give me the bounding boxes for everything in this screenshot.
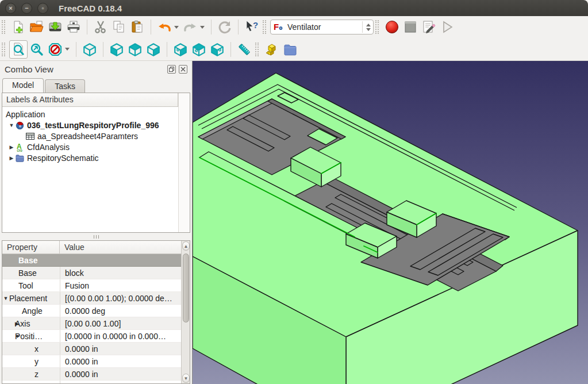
- panel-splitter[interactable]: [0, 233, 192, 240]
- expander-icon[interactable]: ▶: [2, 321, 15, 327]
- property-row-empty: [2, 381, 181, 384]
- toolbar-handle[interactable]: [2, 20, 5, 34]
- workbench-selector[interactable]: F Ventilator: [270, 20, 374, 34]
- front-view-button[interactable]: [107, 40, 126, 59]
- tree-item-application[interactable]: Application: [2, 109, 190, 120]
- scrollbar-thumb[interactable]: [183, 254, 189, 322]
- 3d-viewport[interactable]: [192, 61, 588, 384]
- close-panel-icon[interactable]: [179, 65, 187, 74]
- property-editor: Property Value Base Base block Tool Fusi…: [2, 240, 190, 384]
- refresh-button[interactable]: [216, 18, 234, 36]
- tree-column-header[interactable]: Labels & Attributes: [2, 93, 178, 107]
- top-view-icon: [128, 42, 143, 57]
- toolbar-handle[interactable]: [2, 43, 5, 56]
- new-document-icon: [11, 20, 26, 34]
- toolbar-handle[interactable]: [263, 20, 266, 34]
- property-row-axis[interactable]: ▶Axis [0.00 0.00 1.00]: [2, 317, 181, 330]
- tab-tasks[interactable]: Tasks: [45, 79, 85, 93]
- expander-icon[interactable]: ▶: [8, 144, 15, 150]
- open-folder-button[interactable]: [28, 18, 46, 36]
- draw-style-button[interactable]: [46, 40, 64, 59]
- expander-icon[interactable]: ▼: [8, 122, 15, 128]
- tree-scrollbar[interactable]: [178, 93, 190, 232]
- tab-model[interactable]: Model: [2, 78, 44, 93]
- redo-dropdown-icon[interactable]: [200, 26, 205, 29]
- tree-item-document[interactable]: ▼ 036_testLungRespitoryProfile_996: [2, 120, 190, 130]
- undo-button[interactable]: [155, 18, 174, 36]
- part-tools-button[interactable]: [263, 40, 281, 59]
- redo-button[interactable]: [181, 18, 199, 36]
- svg-text:CFD: CFD: [17, 149, 23, 152]
- draw-style-dropdown-icon[interactable]: [65, 48, 70, 51]
- property-row-z[interactable]: z 0.0000 in: [2, 368, 181, 381]
- redo-icon: [183, 20, 198, 34]
- open-library-folder-icon: [283, 42, 298, 57]
- expander-icon[interactable]: ▶: [8, 155, 15, 161]
- property-row-placement[interactable]: ▼Placement [(0.00 0.00 1.00); 0.0000 de…: [2, 292, 181, 305]
- property-row-y[interactable]: y 0.0000 in: [2, 355, 181, 368]
- workbench-spinner[interactable]: [362, 21, 371, 33]
- print-button[interactable]: [64, 18, 83, 36]
- macro-edit-button[interactable]: [420, 18, 438, 36]
- float-panel-icon[interactable]: [167, 65, 176, 74]
- separator: [211, 20, 212, 34]
- front-view-icon: [109, 42, 124, 57]
- expander-icon[interactable]: ▼: [2, 333, 15, 339]
- right-view-button[interactable]: [144, 40, 163, 59]
- freecad-workbench-icon: F: [273, 21, 285, 33]
- undo-dropdown-icon[interactable]: [174, 26, 179, 29]
- axonometric-view-icon: [82, 42, 97, 57]
- model-tree: Labels & Attributes Application ▼ 036_te…: [2, 93, 190, 233]
- fit-all-icon: [11, 42, 26, 57]
- macro-play-button[interactable]: [438, 18, 456, 36]
- axonometric-view-button[interactable]: [80, 40, 99, 59]
- scroll-up-icon[interactable]: ▲: [182, 241, 190, 251]
- property-column-header[interactable]: Property: [2, 241, 60, 254]
- toolbar-view: [0, 38, 588, 61]
- toolbar-handle[interactable]: [375, 20, 379, 34]
- bottom-view-button[interactable]: [190, 40, 208, 59]
- top-view-button[interactable]: [126, 40, 144, 59]
- combo-view-panel: Combo View Model Tasks Labels & Attribut…: [0, 61, 192, 384]
- paste-button[interactable]: [128, 18, 147, 36]
- macro-stop-button[interactable]: [401, 18, 420, 36]
- macro-record-button[interactable]: [383, 18, 401, 36]
- separator: [167, 42, 167, 57]
- separator: [87, 20, 87, 34]
- whats-this-button[interactable]: ?: [243, 18, 261, 36]
- left-view-button[interactable]: [208, 40, 226, 59]
- copy-icon: [112, 20, 126, 34]
- minimize-icon[interactable]: −: [21, 3, 32, 14]
- tree-item-cfdanalysis[interactable]: ▶ ACFD CfdAnalysis: [2, 141, 190, 152]
- property-row-x[interactable]: x 0.0000 in: [2, 343, 181, 355]
- open-library-button[interactable]: [281, 40, 299, 59]
- expander-icon[interactable]: ▼: [2, 295, 9, 301]
- cut-button[interactable]: [91, 18, 110, 36]
- undo-icon: [157, 20, 172, 34]
- svg-text:?: ?: [253, 20, 258, 30]
- measure-distance-button[interactable]: [235, 40, 253, 59]
- maximize-icon[interactable]: ▫: [37, 3, 48, 14]
- zoom-selection-button[interactable]: [28, 40, 46, 59]
- scroll-down-icon[interactable]: ▼: [182, 374, 190, 383]
- property-row-tool[interactable]: Tool Fusion: [2, 279, 181, 292]
- value-column-header[interactable]: Value: [60, 241, 181, 254]
- copy-button[interactable]: [110, 18, 128, 36]
- property-row-base[interactable]: Base block: [2, 267, 181, 279]
- tree-item-respitoryschematic[interactable]: ▶ RespitorySchematic: [2, 152, 190, 163]
- new-document-button[interactable]: [9, 18, 28, 36]
- save-icon: [48, 20, 63, 34]
- rear-view-button[interactable]: [171, 40, 190, 59]
- tree-item-spreadsheet[interactable]: aa_Spreadsheet4Paramters: [2, 130, 190, 141]
- separator: [238, 20, 239, 34]
- fit-all-button[interactable]: [9, 40, 28, 59]
- property-row-position[interactable]: ▼Positi… [0.0000 in 0.0000 in 0.000…: [2, 330, 181, 343]
- property-group-base[interactable]: Base: [2, 254, 181, 267]
- close-icon[interactable]: ×: [5, 3, 16, 14]
- print-icon: [66, 20, 81, 34]
- property-scrollbar[interactable]: ▲ ▼: [181, 241, 190, 383]
- svg-text:F: F: [274, 22, 279, 32]
- save-button[interactable]: [46, 18, 64, 36]
- toolbar-handle[interactable]: [255, 43, 259, 56]
- property-row-angle[interactable]: Angle 0.0000 deg: [2, 305, 181, 317]
